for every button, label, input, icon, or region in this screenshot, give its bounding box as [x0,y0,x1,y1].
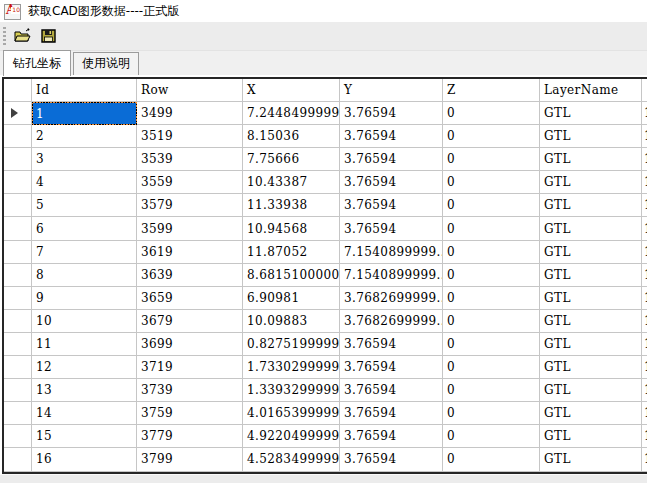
cell-id[interactable]: 14 [32,402,137,425]
cell-id[interactable]: 9 [32,287,137,310]
cell-y[interactable]: 3.76594 [340,425,443,448]
cell-row[interactable]: 3659 [137,287,243,310]
cell-layername[interactable]: GTL [540,287,642,310]
cell-row[interactable]: 3679 [137,310,243,333]
cell-z[interactable]: 0 [443,310,540,333]
cell-id[interactable]: 5 [32,194,137,217]
cell-x[interactable]: 4.9220499999... [243,425,340,448]
cell-y[interactable]: 3.76594 [340,356,443,379]
cell-row[interactable]: 3599 [137,217,243,240]
cell-row[interactable]: 3579 [137,194,243,217]
row-header[interactable] [4,148,32,171]
cell-row[interactable]: 3719 [137,356,243,379]
cell-y[interactable]: 3.76594 [340,102,443,125]
row-header[interactable] [4,264,32,287]
row-header[interactable] [4,194,32,217]
cell-x[interactable]: 7.2448499999... [243,102,340,125]
cell-z[interactable]: 0 [443,217,540,240]
column-header-id[interactable]: Id [32,79,137,102]
cell-id[interactable]: 10 [32,310,137,333]
cell-y[interactable]: 3.76594 [340,125,443,148]
cell-x[interactable]: 10.94568 [243,217,340,240]
row-header[interactable] [4,425,32,448]
cell-z[interactable]: 0 [443,402,540,425]
save-button[interactable] [37,25,60,47]
row-header[interactable] [4,448,32,471]
cell-id[interactable]: 6 [32,217,137,240]
cell-id[interactable]: 4 [32,171,137,194]
cell-z[interactable]: 0 [443,264,540,287]
cell-z[interactable]: 0 [443,356,540,379]
column-header-y[interactable]: Y [340,79,443,102]
row-header[interactable] [4,402,32,425]
cell-z[interactable]: 0 [443,241,540,264]
cell-row[interactable]: 3499 [137,102,243,125]
cell-layername[interactable]: GTL [540,148,642,171]
cell-z[interactable]: 0 [443,425,540,448]
row-header[interactable] [4,310,32,333]
cell-z[interactable]: 0 [443,125,540,148]
cell-z[interactable]: 0 [443,448,540,471]
cell-x[interactable]: 4.0165399999... [243,402,340,425]
tab-drill-coordinates[interactable]: 钻孔坐标 [3,50,71,76]
cell-row[interactable]: 3539 [137,148,243,171]
cell-id[interactable]: 3 [32,148,137,171]
cell-id[interactable]: 12 [32,356,137,379]
cell-y[interactable]: 3.7682699999... [340,287,443,310]
cell-z[interactable]: 0 [443,333,540,356]
cell-x[interactable]: 6.90981 [243,287,340,310]
row-header[interactable] [4,125,32,148]
cell-x[interactable]: 7.75666 [243,148,340,171]
cell-y[interactable]: 3.76594 [340,148,443,171]
open-file-button[interactable] [11,25,34,47]
cell-id[interactable]: 2 [32,125,137,148]
cell-z[interactable]: 0 [443,287,540,310]
cell-layername[interactable]: GTL [540,217,642,240]
cell-layername[interactable]: GTL [540,402,642,425]
cell-x[interactable]: 0.8275199999... [243,333,340,356]
row-header[interactable] [4,217,32,240]
column-header-z[interactable]: Z [443,79,540,102]
cell-layername[interactable]: GTL [540,310,642,333]
toolbar-grip-handle[interactable] [3,27,6,45]
cell-layername[interactable]: GTL [540,102,642,125]
cell-row[interactable]: 3639 [137,264,243,287]
column-header-layername[interactable]: LayerName [540,79,642,102]
cell-x[interactable]: 10.09883 [243,310,340,333]
cell-x[interactable]: 1.7330299999... [243,356,340,379]
cell-z[interactable]: 0 [443,102,540,125]
row-header[interactable] [4,333,32,356]
cell-y[interactable]: 3.7682699999... [340,310,443,333]
row-header[interactable] [4,356,32,379]
row-header[interactable] [4,287,32,310]
row-header[interactable] [4,379,32,402]
column-header-x[interactable]: X [243,79,340,102]
cell-y[interactable]: 3.76594 [340,194,443,217]
cell-row[interactable]: 3699 [137,333,243,356]
cell-id[interactable]: 8 [32,264,137,287]
cell-z[interactable]: 0 [443,148,540,171]
cell-id[interactable]: 13 [32,379,137,402]
cell-layername[interactable]: GTL [540,448,642,471]
cell-row[interactable]: 3739 [137,379,243,402]
row-header[interactable] [4,241,32,264]
cell-row[interactable]: 3779 [137,425,243,448]
cell-layername[interactable]: GTL [540,264,642,287]
cell-layername[interactable]: GTL [540,125,642,148]
cell-id[interactable]: 11 [32,333,137,356]
grid-corner-cell[interactable] [4,79,32,102]
cell-layername[interactable]: GTL [540,356,642,379]
tab-usage-instructions[interactable]: 使用说明 [73,52,139,75]
cell-row[interactable]: 3799 [137,448,243,471]
cell-x[interactable]: 10.43387 [243,171,340,194]
cell-y[interactable]: 3.76594 [340,448,443,471]
cell-x[interactable]: 1.3393299999... [243,379,340,402]
row-header[interactable] [4,171,32,194]
cell-x[interactable]: 11.87052 [243,241,340,264]
cell-id[interactable]: 16 [32,448,137,471]
cell-row[interactable]: 3559 [137,171,243,194]
cell-layername[interactable]: GTL [540,425,642,448]
cell-row[interactable]: 3619 [137,241,243,264]
cell-x[interactable]: 4.5283499999... [243,448,340,471]
cell-layername[interactable]: GTL [540,379,642,402]
